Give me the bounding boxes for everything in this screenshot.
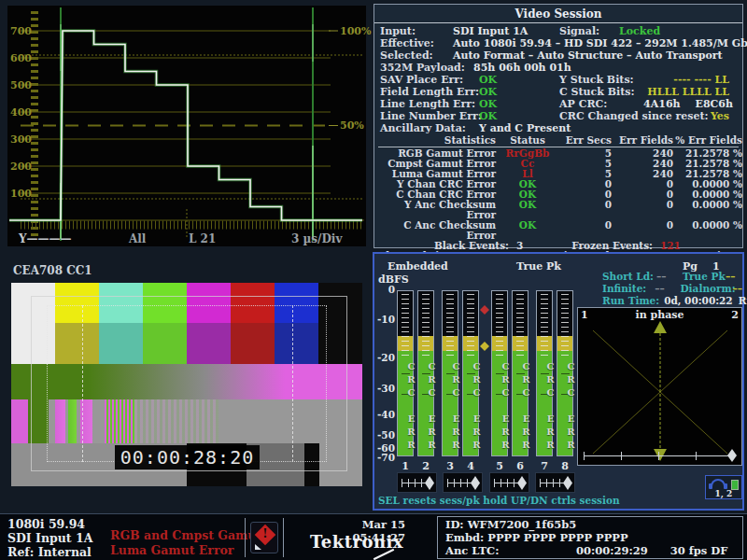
audio-tile[interactable]: Embedded True Pk Pg 1 dBFS Short Ld:––Tr… [373, 252, 744, 511]
wf-timescale-label: 3 µs/Div [291, 232, 342, 245]
crc-error-text: CRC ERR [516, 358, 531, 455]
line-number-label: Line Number Err: [380, 110, 479, 122]
line-length-label: Line Length Err: [380, 98, 479, 110]
stat-err-fields: 0 [612, 189, 673, 200]
channel-number-8: 8 [557, 460, 573, 472]
lissajous-slider[interactable] [584, 449, 737, 462]
input-text: SDI Input 1A [7, 531, 92, 545]
ap-crc-value-2: E8C6h [696, 98, 735, 110]
audio-footer-hint: SEL resets sess/pk hold UP/DN ctrls sess… [378, 495, 620, 506]
stat-err-secs: 0 [554, 220, 612, 241]
pan-handle[interactable] [563, 476, 572, 490]
headphone-button[interactable]: 1, 2 [705, 475, 742, 499]
audio-source-label: Embedded [388, 260, 448, 273]
payload-value: 85h 06h 00h 01h [473, 62, 571, 74]
headphone-active-indicator [731, 480, 739, 490]
input-value: SDI Input 1A [453, 25, 528, 37]
video-session-title: Video Session [374, 5, 742, 21]
pan-handle[interactable] [517, 476, 527, 490]
audio-legend: Short Ld:––True Pk–– Infinite:––Dialnorm… [602, 271, 742, 307]
pan-slider-3-4[interactable] [443, 472, 483, 493]
pan-slider-7-8[interactable] [535, 472, 575, 493]
audio-run-state: Running [733, 295, 747, 307]
line-length-value: OK [479, 98, 497, 110]
input-label: Input: [380, 25, 453, 37]
infinite-value: –– [655, 283, 680, 295]
sav-place-value: OK [479, 74, 497, 86]
wf-ylabel-700: 700 [7, 25, 32, 37]
infinite-label: Infinite: [602, 283, 655, 295]
lissajous-display: 1 2 in phase [577, 307, 742, 466]
wf-ylabel-100: 100 [7, 188, 32, 200]
wf-ylabel-400: 400 [7, 106, 32, 119]
meter-bar-3: CRC ERR [442, 290, 458, 456]
stat-err-fields: 0 [612, 220, 673, 241]
wf-channel-label: Y———— [19, 232, 72, 245]
reference-text: Ref: Internal [7, 545, 92, 559]
stat-err-fields: 240 [612, 169, 673, 179]
channel-number-5: 5 [491, 460, 508, 472]
crc-error-text: CRC ERR [541, 358, 556, 455]
line-number-value: OK [479, 110, 497, 122]
stat-err-fields: 0 [612, 179, 673, 189]
wf-line-select-label: L 21 [189, 232, 216, 245]
channel-number-7: 7 [536, 460, 553, 472]
error-line-1: RGB and Cmpst Gamut [110, 528, 261, 543]
y-stuck-label: Y Stuck Bits: [559, 74, 634, 86]
safe-4x3-right [292, 305, 293, 462]
stat-err-fields: 0 [612, 200, 673, 220]
wf-label-100pct: 100% [340, 25, 371, 37]
timecode-display: 00:00:28:20 [115, 445, 260, 469]
picture-tile[interactable]: CEA708 CC1 00:00:28:20 [0, 252, 370, 510]
lissajous-trace [578, 308, 741, 465]
short-ld-label: Short Ld: [602, 271, 656, 283]
waveform-tile[interactable]: 700 600 500 400 300 200 100 100% 50% Y——… [7, 6, 366, 246]
crc-error-text: CRC ERR [402, 358, 416, 455]
channel-number-4: 4 [462, 460, 479, 472]
stat-pct: 0.0000 % [673, 220, 742, 241]
crc-error-text: CRC ERR [561, 358, 576, 455]
channel-number-6: 6 [512, 460, 529, 472]
scale-70: -70 [374, 452, 395, 463]
pan-slider-5-6[interactable] [489, 472, 529, 493]
error-message-block: RGB and Cmpst Gamut Luma Gamut Error [110, 528, 261, 558]
c-stuck-label: C Stuck Bits: [559, 86, 635, 98]
embd-label: Embd: [445, 531, 484, 544]
c-stuck-value: HLLL LLLL LL [647, 86, 735, 98]
scale-10: -10 [374, 314, 395, 325]
audio-meter-type: True Pk [516, 260, 561, 273]
id-label: ID: [445, 518, 464, 531]
meter-bar-8: CRC ERR [557, 290, 573, 456]
separator [245, 518, 246, 557]
pan-slider-1-2[interactable] [397, 472, 437, 493]
ltc-label: Anc LTC: [445, 544, 576, 557]
safe-4x3-left [82, 305, 83, 462]
pan-handle[interactable] [425, 476, 434, 490]
pan-handle[interactable] [471, 476, 480, 490]
safe-title-rect [47, 305, 327, 462]
scale-40: -40 [374, 409, 395, 420]
crc-changed-label: CRC Changed since reset: [559, 110, 709, 122]
warning-mark [255, 544, 261, 550]
meter-bar-5: CRC ERR [491, 290, 508, 456]
video-session-tile[interactable]: Video Session Input:SDI Input 1ASignal:L… [374, 4, 743, 248]
stats-header-err-secs: Err Secs [554, 135, 612, 146]
signal-info-block: 1080i 59.94 SDI Input 1A Ref: Internal [7, 517, 92, 559]
stripe-magenta [11, 399, 28, 443]
ap-crc-value-1: 4A16h [643, 98, 686, 110]
effective-label: Effective: [380, 37, 453, 49]
stats-header-row: Statistics Status Err Secs Err Fields % … [378, 135, 739, 147]
stats-header-err-fields: Err Fields [612, 135, 673, 146]
wf-ylabel-300: 300 [7, 133, 32, 146]
signal-label: Signal: [559, 25, 619, 37]
sav-place-label: SAV Place Err: [380, 74, 479, 86]
wf-filter-label: All [129, 232, 146, 245]
true-pk-label: True Pk [683, 271, 726, 283]
ltc-rate: 30 fps DF [670, 544, 728, 557]
channel-number-2: 2 [417, 460, 434, 472]
stat-err-secs: 5 [554, 169, 612, 179]
alarm-warning-icon[interactable]: ! [250, 522, 278, 553]
crc-error-text: CRC ERR [446, 358, 461, 455]
stat-status: OK [501, 220, 554, 241]
meter-bar-7: CRC ERR [536, 290, 553, 456]
